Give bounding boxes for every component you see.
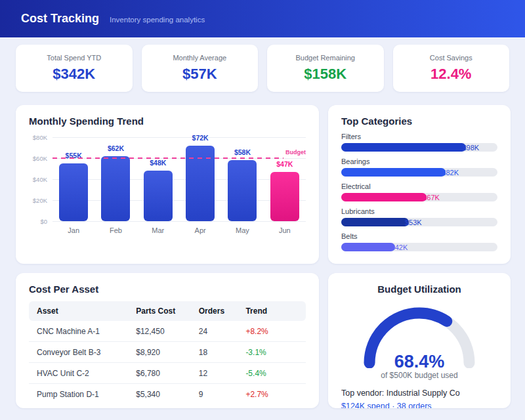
table-header-cell: Orders	[199, 306, 246, 316]
table-title: Cost Per Asset	[29, 284, 306, 295]
page-title: Cost Tracking	[21, 12, 99, 26]
budget-utilization-card: Budget Utilization 68.4% of $500K budget…	[328, 273, 511, 408]
category-label: Electrical	[341, 182, 497, 190]
category-bar-fill	[341, 193, 427, 201]
category-row: Electrical$67K	[341, 182, 497, 201]
trend-bar	[101, 156, 130, 221]
category-label: Belts	[341, 232, 497, 240]
x-axis: JanFebMarAprMayJun	[52, 226, 306, 234]
category-bar-track: $67K	[341, 193, 497, 201]
table-header-cell: Parts Cost	[136, 306, 199, 316]
category-value-label: $67K	[423, 194, 440, 201]
table-cell-asset: CNC Machine A-1	[37, 327, 136, 336]
table-cell-trend: -3.1%	[245, 348, 298, 357]
category-value-label: $82K	[442, 169, 459, 177]
kpi-label: Budget Remaining	[267, 54, 384, 62]
monthly-spending-trend-card: Monthly Spending Trend $80K$60K$40K$20K$…	[16, 105, 319, 264]
kpi-card-cost-savings: Cost Savings 12.4%	[393, 45, 510, 92]
table-header-row: AssetParts CostOrdersTrend	[29, 301, 306, 321]
gauge-title: Budget Utilization	[341, 284, 497, 295]
y-axis-label: $0	[40, 218, 47, 225]
kpi-value: $158K	[267, 66, 384, 83]
category-value-label: $53K	[405, 219, 422, 226]
table-row: HVAC Unit C-2$6,78012-5.4%	[29, 363, 306, 384]
table-cell-trend: +2.7%	[245, 390, 298, 399]
table-row: CNC Machine A-1$12,45024+8.2%	[29, 321, 306, 342]
category-row: Bearings$82K	[341, 158, 497, 177]
category-bar-track: $42K	[341, 243, 497, 251]
main-grid: Monthly Spending Trend $80K$60K$40K$20K$…	[16, 105, 509, 408]
table-cell-orders: 12	[199, 369, 246, 378]
trend-bar	[59, 163, 88, 221]
category-row: Lubricants$53K	[341, 207, 497, 226]
cost-per-asset-table: AssetParts CostOrdersTrend CNC Machine A…	[29, 301, 306, 404]
kpi-label: Cost Savings	[393, 54, 510, 62]
bar-value-label: $48K	[131, 159, 186, 167]
category-list: Filters$98KBearings$82KElectrical$67KLub…	[341, 133, 497, 251]
kpi-label: Total Spend YTD	[16, 54, 133, 62]
plot-area: $55K$62K$48K$72K$58K$47KBudget	[52, 137, 306, 221]
page-subtitle: Inventory spending analytics	[110, 14, 205, 24]
category-row: Belts$42K	[341, 232, 497, 251]
category-label: Bearings	[341, 158, 497, 165]
kpi-value: $342K	[16, 66, 133, 83]
x-axis-label: Feb	[94, 226, 136, 234]
category-bar-track: $82K	[341, 168, 497, 177]
y-axis-label: $20K	[33, 197, 47, 204]
chart-title: Top Categories	[341, 116, 497, 127]
budget-line	[52, 158, 284, 159]
chart-title: Monthly Spending Trend	[29, 116, 306, 127]
bar-slot: $62K	[94, 137, 136, 221]
table-cell-parts-cost: $5,340	[136, 390, 199, 399]
category-value-label: $42K	[391, 243, 408, 251]
bar-series: $55K$62K$48K$72K$58K$47K	[52, 137, 306, 221]
y-axis: $80K$60K$40K$20K$0	[29, 137, 52, 221]
category-bar-fill	[341, 218, 409, 226]
table-cell-trend: +8.2%	[245, 327, 298, 336]
table-cell-orders: 18	[199, 348, 246, 357]
trend-bar	[270, 172, 299, 221]
kpi-card-total-spend: Total Spend YTD $342K	[16, 45, 133, 92]
trend-bar	[144, 171, 173, 221]
table-cell-orders: 9	[199, 390, 246, 399]
trend-bar	[228, 160, 257, 221]
category-bar-track: $53K	[341, 218, 497, 226]
category-bar-fill	[341, 168, 446, 177]
gauge: 68.4%	[354, 299, 485, 368]
bar-value-label: $58K	[215, 148, 270, 156]
kpi-value: 12.4%	[393, 66, 510, 83]
kpi-card-budget-remaining: Budget Remaining $158K	[267, 45, 384, 92]
table-cell-parts-cost: $12,450	[136, 327, 199, 336]
table-header-cell: Asset	[37, 306, 136, 316]
budget-line-label: Budget	[285, 149, 306, 156]
x-axis-label: May	[221, 226, 263, 234]
top-vendor-line: Top vendor: Industrial Supply Co	[341, 388, 497, 398]
gauge-caption: of $500K budget used	[341, 371, 497, 380]
kpi-row: Total Spend YTD $342K Monthly Average $5…	[16, 45, 509, 92]
y-axis-label: $40K	[33, 176, 47, 183]
top-categories-card: Top Categories Filters$98KBearings$82KEl…	[328, 105, 511, 264]
table-row: Conveyor Belt B-3$8,92018-3.1%	[29, 342, 306, 363]
y-axis-label: $60K	[33, 155, 47, 162]
table-cell-parts-cost: $6,780	[136, 369, 199, 378]
monthly-trend-chart: $80K$60K$40K$20K$0 $55K$62K$48K$72K$58K$…	[29, 137, 306, 221]
category-value-label: $98K	[462, 144, 479, 152]
bar-slot: $58K	[221, 137, 263, 221]
category-label: Lubricants	[341, 207, 497, 215]
kpi-card-monthly-average: Monthly Average $57K	[142, 45, 259, 92]
app-header: Cost Tracking Inventory spending analyti…	[0, 0, 525, 37]
x-axis-label: Jan	[52, 226, 94, 234]
bar-value-label: $72K	[173, 134, 228, 142]
table-cell-orders: 24	[199, 327, 246, 336]
cost-per-asset-card: Cost Per Asset AssetParts CostOrdersTren…	[16, 273, 319, 408]
bar-value-label: $47K	[257, 160, 312, 168]
y-axis-label: $80K	[33, 134, 47, 141]
category-bar-fill	[341, 243, 395, 251]
table-header-cell: Trend	[245, 306, 298, 316]
gauge-percent: 68.4%	[354, 352, 485, 372]
category-bar-fill	[341, 143, 466, 152]
x-axis-label: Mar	[137, 226, 179, 234]
table-cell-asset: HVAC Unit C-2	[37, 369, 136, 378]
x-axis-label: Apr	[179, 226, 221, 234]
category-bar-track: $98K	[341, 143, 497, 152]
